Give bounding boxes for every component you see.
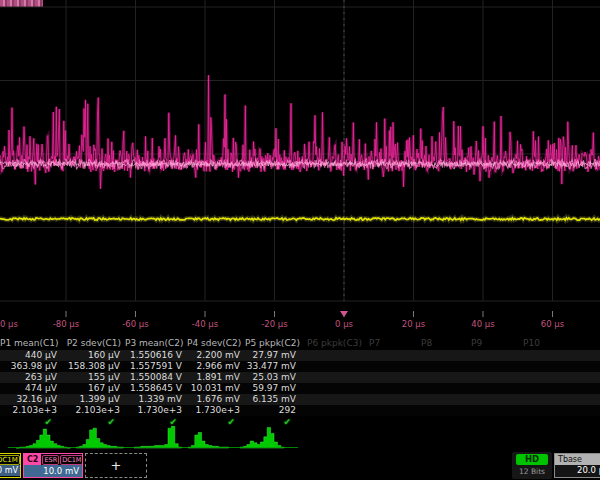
c2-esr-badge: ESR [42, 455, 59, 465]
time-axis-label: -60 µs [122, 319, 148, 329]
c2-coupling-badge: DC1M [60, 455, 83, 465]
time-axis-label: -100 µs [0, 319, 18, 329]
cell: 2.103e+3 [0, 405, 62, 416]
timebase-descriptor[interactable]: Tbase 20.0 µs/div [554, 453, 600, 478]
cell: 1.550616 V [125, 350, 187, 361]
cell: 167 µV [62, 383, 125, 394]
hd-mode-group[interactable]: HD 12 Bits [512, 452, 552, 479]
tbase-value: 20.0 µs/div [577, 465, 600, 476]
cell: 25.03 mV [245, 372, 301, 383]
cell: 1.558645 V [125, 383, 187, 394]
cell: 155 µV [62, 372, 125, 383]
channel-c2-descriptor[interactable]: C2 ESR DC1M 10.0 mV [23, 453, 83, 478]
waveform-graticule[interactable] [0, 0, 600, 320]
cell: 10.031 mV [187, 383, 245, 394]
measure-header-p4[interactable]: P4 sdev(C2) [187, 338, 245, 349]
cell: 2.103e+3 [62, 405, 125, 416]
time-axis-label: -80 µs [53, 319, 79, 329]
measurement-table: P1 mean(C1) P2 sdev(C1) P3 mean(C2) P4 s… [0, 337, 600, 428]
cell: 158.308 µV [62, 361, 125, 372]
measure-header-p2[interactable]: P2 sdev(C1) [62, 338, 125, 349]
measure-header-p5[interactable]: P5 pkpk(C2) [245, 338, 301, 349]
measure-header-row: P1 mean(C1) P2 sdev(C1) P3 mean(C2) P4 s… [0, 337, 600, 350]
cell: 33.477 mV [245, 361, 301, 372]
table-row-max: 474 µV 167 µV 1.558645 V 10.031 mV 59.97… [0, 383, 600, 394]
cell: 27.97 mV [245, 350, 301, 361]
add-trace-button[interactable]: + [85, 453, 147, 478]
measure-header-p10[interactable]: P10 [517, 338, 573, 349]
oscilloscope-screen: -100 µs -80 µs -60 µs -40 µs -20 µs 0 µs… [0, 0, 600, 480]
cell: 1.550084 V [125, 372, 187, 383]
table-row-value: 440 µV 160 µV 1.550616 V 2.200 mV 27.97 … [0, 350, 600, 361]
cell: 474 µV [0, 383, 62, 394]
table-row-num: 2.103e+3 2.103e+3 1.730e+3 1.730e+3 292 [0, 405, 600, 416]
time-axis-label: 20 µs [402, 319, 425, 329]
cell: 2.200 mV [187, 350, 245, 361]
time-axis-label: 40 µs [471, 319, 494, 329]
descriptor-bar: DC1M 0 mV C2 ESR DC1M 10.0 mV + HD 12 Bi… [0, 450, 600, 480]
cell: 32.16 µV [0, 394, 62, 405]
cell: 160 µV [62, 350, 125, 361]
cell: 59.97 mV [245, 383, 301, 394]
cell: 292 [245, 405, 301, 416]
table-row-mean: 363.98 µV 158.308 µV 1.557591 V 2.966 mV… [0, 361, 600, 372]
time-axis-label: -40 µs [192, 319, 218, 329]
cell: 1.339 mV [125, 394, 187, 405]
channel-c1-descriptor[interactable]: DC1M 0 mV [0, 453, 21, 478]
plus-icon: + [111, 458, 122, 473]
cell: 2.966 mV [187, 361, 245, 372]
cell: 440 µV [0, 350, 62, 361]
cell: 1.557591 V [125, 361, 187, 372]
measure-header-p7[interactable]: P7 [363, 338, 415, 349]
c1-coupling-badge: DC1M [0, 455, 20, 465]
measure-header-p1[interactable]: P1 mean(C1) [0, 338, 62, 349]
measure-header-p8[interactable]: P8 [415, 338, 465, 349]
cell: 363.98 µV [0, 361, 62, 372]
hd-mode-badge: HD [516, 454, 548, 465]
time-axis: -100 µs -80 µs -60 µs -40 µs -20 µs 0 µs… [0, 319, 600, 332]
measure-header-p3[interactable]: P3 mean(C2) [125, 338, 187, 349]
cell: 1.891 mV [187, 372, 245, 383]
cell: 1.730e+3 [125, 405, 187, 416]
table-row-min: 263 µV 155 µV 1.550084 V 1.891 mV 25.03 … [0, 372, 600, 383]
time-axis-label: 0 µs [335, 319, 353, 329]
tbase-label: Tbase [555, 454, 600, 465]
measurement-histicons [0, 426, 600, 450]
table-row-sdev: 32.16 µV 1.399 µV 1.339 mV 1.676 mV 6.13… [0, 394, 600, 405]
time-axis-label: 60 µs [541, 319, 564, 329]
cell: 1.730e+3 [187, 405, 245, 416]
c2-vertical-scale: 10.0 mV [24, 465, 82, 477]
cell: 6.135 mV [245, 394, 301, 405]
c1-vertical-scale: 0 mV [0, 465, 20, 476]
time-axis-label: -20 µs [261, 319, 287, 329]
measure-header-p6[interactable]: P6 pkpk(C3) [301, 338, 363, 349]
hd-bits-label: 12 Bits [512, 467, 552, 476]
cell: 263 µV [0, 372, 62, 383]
measure-header-p9[interactable]: P9 [465, 338, 517, 349]
cell: 1.399 µV [62, 394, 125, 405]
cell: 1.676 mV [187, 394, 245, 405]
